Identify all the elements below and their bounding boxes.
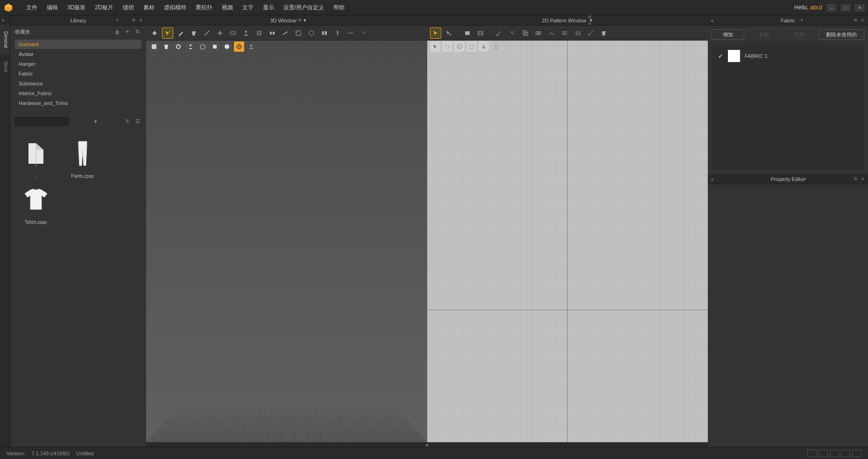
tree-item-fabric[interactable]: Fabric (15, 69, 141, 78)
menu-material[interactable]: 素材 (139, 1, 159, 14)
menu-edit[interactable]: 编辑 (42, 1, 63, 14)
head-icon[interactable] (222, 42, 232, 52)
internal-line-icon[interactable] (494, 28, 505, 39)
layout-3-icon[interactable] (830, 450, 839, 457)
download-icon[interactable] (113, 28, 121, 35)
tree-item-interior-fabric[interactable]: Interior_Fabric (15, 89, 141, 98)
search-input[interactable] (15, 117, 69, 125)
line-tool-icon[interactable] (201, 28, 212, 39)
thick-icon[interactable] (173, 42, 183, 52)
trace-icon[interactable] (520, 28, 531, 39)
garment-display-icon[interactable] (161, 42, 171, 52)
arrangement-icon[interactable] (214, 28, 226, 39)
polygon-icon[interactable] (475, 28, 486, 39)
avatar-display-icon[interactable] (185, 42, 196, 52)
layout-5-icon[interactable] (852, 450, 861, 457)
tree-item-garment[interactable]: Garment (15, 40, 141, 49)
garment-tool-icon[interactable] (188, 28, 199, 39)
thumb-tshirt[interactable]: Tshirt.zpac (15, 183, 57, 225)
property-close-icon[interactable]: ✕ (860, 176, 866, 182)
2d-dropdown-icon[interactable]: ▾ (590, 17, 593, 23)
measure-icon[interactable] (280, 28, 291, 39)
tree-item-avatar[interactable]: Avatar (15, 49, 141, 59)
box-icon[interactable] (198, 42, 208, 52)
fabric-item[interactable]: ✔ FABRIC 1 (716, 48, 860, 64)
garment-fit-icon[interactable] (598, 28, 609, 39)
export-3d-icon[interactable] (246, 42, 256, 52)
edit-pin-icon[interactable] (175, 28, 186, 39)
simulate-icon[interactable] (149, 28, 160, 39)
fabric-close-icon[interactable]: ✕ (860, 17, 866, 24)
fold-2d-icon[interactable] (572, 28, 583, 39)
property-collapse-icon[interactable]: ◂ (711, 177, 713, 181)
edge-sewing-icon[interactable] (585, 28, 596, 39)
avatar-tool-icon[interactable] (240, 28, 252, 39)
sewing-display-icon[interactable] (442, 42, 452, 52)
transform-pattern-icon[interactable] (443, 28, 454, 39)
fabric-swatch[interactable] (728, 50, 740, 62)
topstitch-icon[interactable] (345, 28, 356, 39)
add-icon[interactable]: + (124, 28, 131, 35)
fabric-dropdown-icon[interactable]: ▾ (801, 18, 840, 22)
fabric-add-button[interactable]: 增加 (712, 29, 744, 40)
menu-settings[interactable]: 设置/用户自定义 (279, 1, 329, 14)
edit-pattern-icon[interactable] (430, 28, 441, 39)
3d-dropdown-icon[interactable]: ▾ (303, 17, 306, 23)
close-button[interactable]: ✕ (855, 4, 864, 11)
dart-icon[interactable] (507, 28, 518, 39)
menu-retopo[interactable]: 重拓扑 (191, 1, 217, 14)
fabric-delete-unused-button[interactable]: 删除未使用的 (819, 29, 864, 40)
info-icon[interactable]: i (454, 42, 465, 52)
2d-viewport[interactable]: i (427, 41, 708, 442)
fabric-undock-icon[interactable]: ⧉ (852, 17, 859, 24)
menu-2d-pattern[interactable]: 2D板片 (90, 1, 118, 14)
globe-icon[interactable] (234, 42, 244, 52)
layout-2-icon[interactable] (819, 450, 828, 457)
maximize-button[interactable]: □ (841, 4, 850, 11)
thumb-pants[interactable]: Pants.zpac (62, 137, 104, 179)
side-expand-icon[interactable]: ▸ (0, 15, 7, 25)
layout-1-icon[interactable] (807, 450, 817, 457)
menu-text[interactable]: 文字 (238, 1, 258, 14)
username-link[interactable]: abcd (810, 4, 822, 11)
refresh-icon[interactable]: ↻ (134, 28, 141, 35)
menu-help[interactable]: 帮助 (329, 1, 349, 14)
tree-item-substance[interactable]: Substance (15, 79, 141, 88)
minimize-button[interactable]: ‒ (827, 4, 836, 11)
grid-icon[interactable] (466, 42, 477, 52)
3d-viewport[interactable] (146, 41, 427, 442)
tree-item-hanger[interactable]: Hanger (15, 59, 141, 69)
button-trim-icon[interactable] (319, 28, 330, 39)
export-2d-icon[interactable] (491, 42, 501, 52)
layout-4-icon[interactable] (841, 450, 850, 457)
sidetab-store[interactable]: Store (0, 55, 10, 79)
seam-allowance-icon[interactable] (546, 28, 557, 39)
steamer-icon[interactable] (358, 28, 369, 39)
thumb-parent-folder[interactable]: .. (15, 137, 57, 179)
pattern-display-icon[interactable] (430, 42, 440, 52)
tack-icon[interactable] (267, 28, 278, 39)
rectangle-icon[interactable] (462, 28, 473, 39)
menu-sewing[interactable]: 缝纫 (118, 1, 139, 14)
notch-icon[interactable] (533, 28, 544, 39)
menu-avatar[interactable]: 虚拟模特 (159, 1, 191, 14)
menu-video[interactable]: 视频 (217, 1, 238, 14)
select-move-icon[interactable]: + (162, 28, 173, 39)
lock-icon[interactable] (479, 42, 489, 52)
property-undock-icon[interactable]: ⧉ (852, 176, 859, 182)
surface-icon[interactable] (149, 42, 159, 52)
fabric-collapse-icon[interactable]: ◂ (711, 18, 713, 23)
fold-icon[interactable] (227, 28, 239, 39)
library-dropdown-icon[interactable]: ▾ (116, 18, 118, 22)
close-panel-icon[interactable]: ✕ (138, 17, 144, 24)
sewing-2d-icon[interactable] (559, 28, 570, 39)
texture-3d-icon[interactable] (293, 28, 304, 39)
menu-display[interactable]: 显示 (258, 1, 279, 14)
menu-file[interactable]: 文件 (21, 1, 42, 14)
menu-3d-garment[interactable]: 3D服装 (63, 1, 90, 14)
list-view-icon[interactable]: ☰ (134, 118, 141, 125)
sidetab-general[interactable]: General (0, 25, 10, 55)
card-icon[interactable] (210, 42, 220, 52)
undock-icon[interactable]: ⧉ (130, 17, 137, 24)
tree-item-hardware-trims[interactable]: Hardware_and_Trims (15, 98, 141, 108)
